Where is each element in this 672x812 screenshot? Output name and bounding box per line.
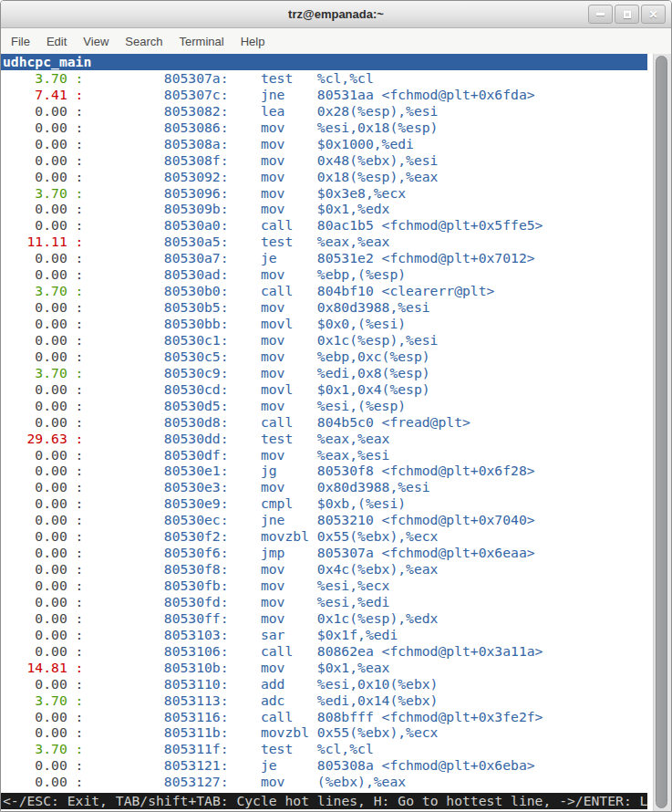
menu-item-file[interactable]: File: [3, 30, 38, 53]
mnemonic-cell: mov: [229, 578, 317, 594]
menu-item-help[interactable]: Help: [233, 30, 274, 53]
asm-row[interactable]: 0.00 :80530a7:je80531e2 <fchmod@plt+0x70…: [1, 250, 647, 266]
asm-row[interactable]: 0.00 :80530bb:movl$0x0,(%esi): [1, 316, 647, 332]
pct-cell: 3.70: [3, 283, 67, 299]
asm-row[interactable]: 11.11 :80530a5:test%eax,%eax: [1, 234, 647, 250]
asm-row[interactable]: 0.00 :8053086:mov%esi,0x18(%esp): [1, 120, 647, 136]
mnemonic-cell: test: [229, 70, 317, 87]
asm-row[interactable]: 0.00 :80530f2:movzbl0x55(%ebx),%ecx: [1, 528, 647, 545]
minimize-button[interactable]: [588, 5, 613, 24]
pct-cell: 0.00: [3, 250, 67, 266]
scrollbar[interactable]: [653, 54, 671, 811]
address-cell: 8053092:: [83, 169, 228, 185]
asm-row[interactable]: 0.00 :8053106:call80862ea <fchmod@plt+0x…: [1, 643, 647, 660]
asm-row[interactable]: 0.00 :80530ad:mov%ebp,(%esp): [1, 266, 647, 283]
operands-cell: 804b5c0 <fread@plt>: [317, 414, 470, 431]
address-cell: 805308f:: [83, 152, 228, 169]
asm-row[interactable]: 0.00 :80530a0:call80ac1b5 <fchmod@plt+0x…: [1, 217, 647, 234]
asm-row[interactable]: 0.00 :8053092:mov0x18(%esp),%eax: [1, 169, 647, 185]
asm-row[interactable]: 0.00 :80530f8:mov0x4c(%ebx),%eax: [1, 561, 647, 578]
address-cell: 8053127:: [83, 774, 228, 790]
close-button[interactable]: ✕: [641, 5, 666, 24]
asm-row[interactable]: 0.00 :8053127:mov(%ebx),%eax: [1, 774, 647, 790]
pct-cell: 0.00: [3, 709, 67, 725]
asm-row[interactable]: 0.00 :80530f6:jmp805307a <fchmod@plt+0x6…: [1, 545, 647, 561]
titlebar[interactable]: trz@empanada:~ ✕: [1, 1, 671, 28]
pct-cell: 11.11: [3, 234, 67, 250]
pct-cell: 0.00: [3, 578, 67, 594]
mnemonic-cell: jne: [229, 87, 317, 103]
pct-colon: :: [67, 692, 84, 709]
asm-row[interactable]: 0.00 :80530d8:call804b5c0 <fread@plt>: [1, 414, 647, 431]
asm-row[interactable]: 0.00 :80530c1:mov0x1c(%esp),%esi: [1, 332, 647, 349]
mnemonic-cell: lea: [229, 103, 317, 120]
asm-row[interactable]: 3.70 :805311f:test%cl,%cl: [1, 741, 647, 757]
operands-cell: 805307a <fchmod@plt+0x6eaa>: [317, 545, 535, 561]
asm-row[interactable]: 0.00 :80530cd:movl$0x1,0x4(%esp): [1, 381, 647, 398]
scrollbar-thumb[interactable]: [656, 56, 667, 808]
asm-row[interactable]: 0.00 :8053103:sar$0x1f,%edi: [1, 627, 647, 643]
menu-item-terminal[interactable]: Terminal: [171, 30, 233, 53]
pct-cell: 0.00: [3, 495, 67, 512]
asm-row[interactable]: 0.00 :80530fb:mov%esi,%ecx: [1, 578, 647, 594]
asm-row[interactable]: 0.00 :8053110:add%esi,0x10(%ebx): [1, 676, 647, 692]
pct-colon: :: [67, 349, 84, 365]
menu-item-view[interactable]: View: [75, 30, 117, 53]
address-cell: 8053086:: [83, 120, 228, 136]
asm-row[interactable]: 3.70 :8053096:mov$0x3e8,%ecx: [1, 185, 647, 202]
asm-row[interactable]: 0.00 :80530df:mov%eax,%esi: [1, 447, 647, 463]
asm-row[interactable]: 0.00 :80530c5:mov%ebp,0xc(%esp): [1, 349, 647, 365]
mnemonic-cell: test: [229, 431, 317, 447]
asm-row[interactable]: 3.70 :805307a:test%cl,%cl: [1, 70, 647, 87]
address-cell: 80530e1:: [83, 463, 228, 479]
asm-row[interactable]: 3.70 :80530b0:call804bf10 <clearerr@plt>: [1, 283, 647, 299]
asm-row[interactable]: 0.00 :80530e3:mov0x80d3988,%esi: [1, 479, 647, 495]
asm-row[interactable]: 0.00 :80530ec:jne8053210 <fchmod@plt+0x7…: [1, 512, 647, 528]
operands-cell: %cl,%cl: [317, 741, 374, 757]
pct-cell: 7.41: [3, 87, 67, 103]
pct-colon: :: [67, 169, 84, 185]
asm-row[interactable]: 0.00 :80530e1:jg80530f8 <fchmod@plt+0x6f…: [1, 463, 647, 479]
asm-row[interactable]: 7.41 :805307c:jne80531aa <fchmod@plt+0x6…: [1, 87, 647, 103]
operands-cell: $0x0,(%esi): [317, 316, 406, 332]
address-cell: 80530e3:: [83, 479, 228, 495]
menu-item-search[interactable]: Search: [117, 30, 171, 53]
asm-row[interactable]: 0.00 :805309b:mov$0x1,%edx: [1, 201, 647, 217]
asm-row[interactable]: 0.00 :80530fd:mov%esi,%edi: [1, 594, 647, 610]
pct-cell: 0.00: [3, 724, 67, 741]
menubar: FileEditViewSearchTerminalHelp: [1, 28, 671, 54]
asm-row[interactable]: 29.63 :80530dd:test%eax,%eax: [1, 431, 647, 447]
asm-row[interactable]: 0.00 :805311b:movzbl0x55(%ebx),%ecx: [1, 724, 647, 741]
menu-item-edit[interactable]: Edit: [38, 30, 75, 53]
address-cell: 805307c:: [83, 87, 228, 103]
pct-colon: :: [67, 431, 84, 447]
asm-row[interactable]: 0.00 :80530d5:mov%esi,(%esp): [1, 398, 647, 414]
pct-cell: 0.00: [3, 316, 67, 332]
pct-colon: :: [67, 627, 84, 643]
address-cell: 8053096:: [83, 185, 228, 202]
maximize-button[interactable]: [615, 5, 639, 24]
asm-row[interactable]: 0.00 :8053082:lea0x28(%esp),%esi: [1, 103, 647, 120]
asm-row[interactable]: 0.00 :80530e9:cmpl$0xb,(%esi): [1, 495, 647, 512]
asm-row[interactable]: 14.81 :805310b:mov$0x1,%eax: [1, 660, 647, 676]
address-cell: 80530b0:: [83, 283, 228, 299]
operands-cell: 0x18(%esp),%eax: [317, 169, 439, 185]
asm-row[interactable]: 0.00 :8053121:je805308a <fchmod@plt+0x6e…: [1, 757, 647, 774]
asm-row[interactable]: 3.70 :80530c9:mov%edi,0x8(%esp): [1, 365, 647, 381]
asm-row[interactable]: 3.70 :8053113:adc%edi,0x14(%ebx): [1, 692, 647, 709]
asm-row[interactable]: 0.00 :805308a:mov$0x1000,%edi: [1, 136, 647, 152]
asm-row[interactable]: 0.00 :8053116:call808bfff <fchmod@plt+0x…: [1, 709, 647, 725]
operands-cell: %ebp,0xc(%esp): [317, 349, 430, 365]
pct-colon: :: [67, 774, 84, 790]
address-cell: 8053082:: [83, 103, 228, 120]
pct-colon: :: [67, 332, 84, 349]
asm-row[interactable]: 0.00 :80530b5:mov0x80d3988,%esi: [1, 299, 647, 316]
pct-colon: :: [67, 136, 84, 152]
asm-row[interactable]: 0.00 :80530ff:mov0x1c(%esp),%edx: [1, 610, 647, 627]
asm-row[interactable]: 0.00 :805308f:mov0x48(%ebx),%esi: [1, 152, 647, 169]
operands-cell: %cl,%cl: [317, 70, 374, 87]
address-cell: 80530a5:: [83, 234, 228, 250]
minimize-icon: [596, 13, 605, 16]
pct-cell: 0.00: [3, 414, 67, 431]
pct-colon: :: [67, 152, 84, 169]
